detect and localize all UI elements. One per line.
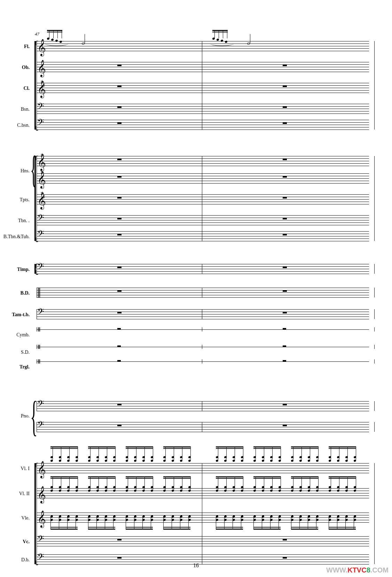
barline (202, 156, 202, 241)
beam (329, 527, 356, 528)
bracket (34, 41, 36, 130)
barline (37, 401, 37, 411)
staff-line (37, 234, 369, 234)
beam (50, 448, 78, 449)
stem (243, 476, 243, 490)
notehead (291, 489, 294, 492)
notehead (232, 459, 235, 462)
notehead (253, 489, 256, 492)
instrument-label: S.D. (0, 350, 30, 355)
staff-line (37, 204, 369, 204)
notehead (270, 489, 273, 492)
staff-line (37, 541, 369, 541)
notehead (67, 489, 70, 492)
notehead (142, 489, 145, 492)
notehead (75, 489, 78, 492)
notehead (316, 459, 319, 462)
instrument-label: Vl. II (0, 491, 30, 497)
barline (202, 345, 202, 349)
notehead (188, 459, 191, 462)
staff-line (37, 314, 369, 314)
beam (47, 32, 62, 32)
beam (50, 446, 78, 447)
staff-line (37, 120, 369, 120)
notehead (337, 459, 340, 462)
staff-line (37, 90, 369, 91)
beam (126, 446, 153, 447)
staff-line (37, 176, 369, 176)
bar-number: 47 (35, 31, 39, 37)
stem (85, 34, 85, 43)
instrument-label: B.Tbn.&Tub. (0, 234, 30, 240)
whole-rest (283, 404, 287, 405)
whole-rest (117, 176, 121, 178)
whole-rest (117, 328, 121, 329)
stem (223, 30, 223, 38)
staff-line (37, 491, 369, 491)
stem (62, 30, 62, 38)
barline (202, 422, 202, 432)
notehead (328, 459, 331, 462)
staff-line (37, 564, 369, 564)
staff-line (37, 295, 369, 295)
instrument-label: Pno. (0, 413, 30, 419)
instrument-label: Tbn. . (0, 218, 30, 224)
whole-rest (117, 312, 121, 313)
whole-rest (283, 360, 286, 361)
staff-line (37, 156, 369, 156)
stem (76, 516, 76, 530)
staff-line (37, 536, 369, 537)
whole-rest (283, 158, 287, 160)
beam (216, 478, 243, 479)
instrument-label: Hns. (0, 168, 30, 174)
staff-line (37, 264, 369, 264)
notehead (104, 459, 108, 462)
perc-clef-icon (39, 345, 40, 349)
staff-line (37, 473, 369, 473)
staff-line (37, 241, 369, 241)
instrument-label: Timp. (0, 267, 30, 272)
staff-line (37, 293, 369, 293)
beam (216, 448, 243, 449)
notehead (104, 489, 108, 492)
barline (374, 359, 375, 364)
stem (337, 516, 337, 530)
perc-clef-icon (39, 359, 40, 364)
watermark-prefix: WWW. (326, 566, 347, 574)
perc-clef-icon (39, 327, 40, 332)
staff-line (37, 515, 369, 515)
barline (37, 345, 37, 349)
beam (212, 32, 228, 32)
staff-line (37, 562, 369, 562)
staff-line (37, 361, 369, 362)
instrument-label: Vc. (0, 539, 30, 545)
notehead (113, 459, 116, 462)
barline (374, 288, 375, 297)
barline (37, 327, 37, 332)
whole-rest (117, 266, 121, 268)
whole-rest (117, 106, 121, 108)
notehead (75, 459, 78, 462)
staff-line (37, 215, 369, 216)
beam (253, 476, 281, 477)
stem (219, 30, 219, 38)
notehead (134, 489, 137, 492)
staff-line (37, 223, 369, 223)
staff-line (37, 539, 369, 539)
staff-line (37, 429, 369, 430)
beam (329, 476, 356, 477)
perc-clef-icon (38, 327, 39, 332)
beam (50, 478, 78, 479)
staff-line (37, 114, 369, 114)
whole-rest (283, 312, 287, 313)
notehead (270, 459, 273, 462)
stem (188, 516, 189, 530)
beam (216, 527, 243, 528)
beam (50, 527, 78, 528)
staff-line (37, 41, 369, 41)
notehead (163, 459, 166, 462)
staff-line (37, 269, 369, 269)
beam (126, 448, 153, 449)
watermark-num: 8 (367, 566, 370, 574)
whole-rest (117, 424, 121, 426)
